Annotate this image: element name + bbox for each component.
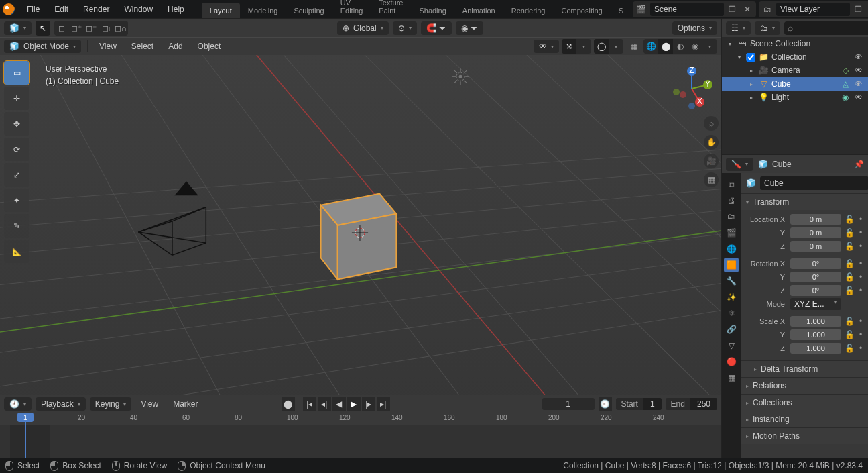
tab-viewlayer[interactable]: 🗂 <box>724 209 739 224</box>
select-subtract-icon[interactable]: ◻⁻ <box>84 21 99 36</box>
overlay-toggle[interactable]: ◯ <box>594 39 609 54</box>
twist-icon[interactable]: ▸ <box>747 68 755 74</box>
tab-texture-paint[interactable]: Texture Paint <box>371 0 411 18</box>
menu-add[interactable]: Add <box>163 40 188 53</box>
properties-editor-type[interactable]: 🪛▾ <box>726 158 753 171</box>
outliner-light[interactable]: Light <box>771 93 837 102</box>
panel-relations[interactable]: ▸Relations <box>741 377 868 394</box>
play-button[interactable]: ▶ <box>347 397 361 411</box>
viewlayer-new-button[interactable]: ❐ <box>853 3 865 15</box>
outliner-cube[interactable]: Cube <box>771 79 837 89</box>
rotation-y-field[interactable]: 0° <box>790 272 841 282</box>
menu-select[interactable]: Select <box>126 40 159 53</box>
scale-z-field[interactable]: 1.000 <box>790 343 841 354</box>
tool-measure[interactable]: 📐 <box>4 240 29 263</box>
animate-dot[interactable]: • <box>857 259 864 268</box>
view-layer-field[interactable] <box>776 3 850 16</box>
menu-window[interactable]: Window <box>117 2 160 17</box>
select-tweak-icon[interactable]: ↖ <box>36 21 50 36</box>
timeline-view-menu[interactable]: View <box>135 397 164 411</box>
object-visibility-dropdown[interactable]: 👁▾ <box>534 40 559 53</box>
cube-object[interactable] <box>321 194 397 280</box>
tool-select-box[interactable]: ▭ <box>4 61 29 85</box>
tab-texture[interactable]: ▦ <box>724 370 739 385</box>
menu-render[interactable]: Render <box>76 2 116 17</box>
tab-compositing[interactable]: Compositing <box>553 3 610 18</box>
visibility-toggle[interactable]: 👁 <box>853 93 864 102</box>
tool-transform[interactable]: ✦ <box>4 189 29 212</box>
outliner-editor-type[interactable]: ☷▾ <box>726 21 751 35</box>
scene-browse-icon[interactable]: 🎬 <box>635 3 647 15</box>
tab-physics[interactable]: ⚛ <box>724 306 739 321</box>
viewlayer-browse-icon[interactable]: 🗂 <box>761 3 773 15</box>
timeline-track[interactable]: 20406080100120140160180200220240 <box>0 413 721 458</box>
nav-gizmo[interactable]: Z Y X <box>670 67 713 110</box>
tool-annotate[interactable]: ✎ <box>4 214 29 238</box>
scene-new-button[interactable]: ❐ <box>727 3 739 15</box>
panel-instancing[interactable]: ▸Instancing <box>741 411 868 427</box>
tab-sculpting[interactable]: Sculpting <box>286 3 332 18</box>
start-frame-field[interactable]: 1 <box>643 398 662 410</box>
proportional-edit-toggle[interactable]: ◉ ⏷ <box>456 21 483 35</box>
zoom-view-icon[interactable]: ⌕ <box>704 116 719 131</box>
tool-move[interactable]: ✥ <box>4 112 29 136</box>
outliner-display-mode[interactable]: 🗂▾ <box>755 21 780 35</box>
rotation-x-field[interactable]: 0° <box>790 258 841 269</box>
tool-rotate[interactable]: ⟳ <box>4 138 29 161</box>
tab-animation[interactable]: Animation <box>454 3 503 18</box>
playback-menu[interactable]: Playback▾ <box>36 397 86 411</box>
select-extend-icon[interactable]: ◻⁺ <box>69 21 84 36</box>
outliner-camera[interactable]: Camera <box>771 66 837 75</box>
visibility-toggle[interactable]: 👁 <box>853 52 864 62</box>
lock-icon[interactable]: 🔓 <box>844 317 855 326</box>
jump-end-button[interactable]: ▸| <box>377 397 390 411</box>
select-set-new-icon[interactable]: ◻ <box>54 21 69 36</box>
collection-enable-checkbox[interactable] <box>746 53 755 62</box>
scene-name-field[interactable] <box>650 3 724 16</box>
outliner-scene-collection[interactable]: Scene Collection <box>750 39 864 48</box>
tab-shading[interactable]: Shading <box>411 3 454 18</box>
play-reverse-button[interactable]: ◀ <box>332 397 346 411</box>
menu-file[interactable]: File <box>20 2 46 17</box>
tab-material[interactable]: 🔴 <box>724 354 739 369</box>
timeline-ruler[interactable]: 20406080100120140160180200220240 <box>0 413 721 425</box>
lock-icon[interactable]: 🔓 <box>844 330 855 339</box>
outliner[interactable]: ▾🗃Scene Collection ▾📁Collection👁 ▸🎥Camer… <box>722 37 868 154</box>
keying-menu[interactable]: Keying▾ <box>90 397 132 411</box>
overlay-options-icon[interactable]: ▾ <box>609 39 623 54</box>
rotation-z-field[interactable]: 0° <box>790 285 841 296</box>
shading-rendered[interactable]: ◉ <box>688 39 702 54</box>
panel-collections[interactable]: ▸Collections <box>741 394 868 411</box>
visibility-toggle[interactable]: 👁 <box>853 66 864 75</box>
location-y-field[interactable]: 0 m <box>790 227 841 238</box>
scene-delete-button[interactable]: ✕ <box>741 3 753 15</box>
rotation-mode-dropdown[interactable]: XYZ E...▾ <box>790 298 841 310</box>
xray-toggle[interactable]: ▦ <box>626 39 641 54</box>
lock-icon[interactable]: 🔓 <box>844 259 855 268</box>
menu-object[interactable]: Object <box>192 40 227 53</box>
pan-view-icon[interactable]: ✋ <box>704 135 719 150</box>
lock-icon[interactable]: 🔓 <box>844 344 855 353</box>
tab-uv-editing[interactable]: UV Editing <box>332 0 371 18</box>
shading-wireframe[interactable]: 🌐 <box>643 39 658 54</box>
scale-y-field[interactable]: 1.000 <box>790 329 841 340</box>
end-frame-field[interactable]: 250 <box>690 398 717 410</box>
twist-icon[interactable]: ▾ <box>726 41 734 47</box>
gizmo-options-icon[interactable]: ▾ <box>576 39 591 54</box>
shading-solid[interactable]: ⬤ <box>658 39 673 54</box>
tab-output[interactable]: 🖨 <box>724 193 739 208</box>
tab-modifiers[interactable]: 🔧 <box>724 274 739 288</box>
snap-toggle[interactable]: 🧲 ⏷ <box>421 21 452 35</box>
autokey-toggle[interactable]: ⬤ <box>282 397 295 411</box>
tab-overflow[interactable]: S <box>611 3 631 18</box>
animate-dot[interactable]: • <box>857 344 864 353</box>
tab-layout[interactable]: Layout <box>202 3 240 18</box>
animate-dot[interactable]: • <box>857 215 864 224</box>
keyframe-prev-button[interactable]: ◂| <box>318 397 331 411</box>
animate-dot[interactable]: • <box>857 228 864 238</box>
tab-object[interactable]: 🟧 <box>724 258 739 272</box>
transform-orientation-dropdown[interactable]: ⊕ Global▾ <box>337 21 389 35</box>
scale-x-field[interactable]: 1.000 <box>790 316 841 327</box>
twist-icon[interactable]: ▾ <box>735 54 743 60</box>
lock-icon[interactable]: 🔓 <box>844 215 855 224</box>
